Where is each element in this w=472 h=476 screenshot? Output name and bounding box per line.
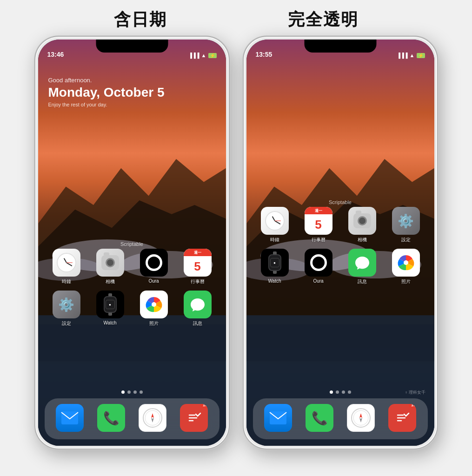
dot-4-r — [348, 390, 351, 394]
app-watch-r[interactable]: ● Watch — [258, 249, 292, 285]
app-clock[interactable]: 時鐘 — [50, 249, 83, 285]
app-camera-r[interactable]: 相機 — [346, 207, 379, 243]
dot-3 — [133, 390, 137, 394]
watch-icon-r: ● — [261, 249, 289, 277]
status-time-right: 13:55 — [256, 51, 273, 58]
settings-icon: ⚙️ — [53, 291, 80, 318]
messages-icon — [184, 291, 212, 318]
todoist-icon-r: 16 — [388, 404, 416, 432]
phone-right: 13:55 ▐▐▐ ▲ ⚡ Scriptable — [243, 36, 438, 450]
oura-icon — [140, 249, 168, 277]
wifi-icon: ▲ — [201, 53, 206, 58]
dot-4 — [140, 390, 143, 394]
photos-label-r: 照片 — [401, 278, 411, 285]
dot-3-r — [342, 390, 345, 394]
todoist-icon: 16 — [180, 404, 208, 432]
todoist-badge: 16 — [200, 404, 208, 408]
svg-point-22 — [353, 410, 368, 425]
dock-todoist-r[interactable]: 16 — [386, 404, 419, 434]
phone-left: 13:46 ▐▐▐ ▲ ⚡ Good afternoon. Monday, Oc… — [34, 36, 230, 450]
clock-icon — [53, 249, 80, 277]
app-row-1-r: 時鐘 週一 5 行事曆 — [253, 207, 428, 243]
svg-point-20 — [404, 260, 408, 265]
app-grid-row2-right: ● Watch Oura — [253, 249, 428, 289]
todoist-badge-r: 16 — [409, 404, 416, 408]
dock-phone[interactable]: 📞 — [94, 404, 128, 434]
title-right: 完全透明 — [288, 8, 359, 31]
app-camera[interactable]: 相機 — [93, 249, 127, 285]
settings-icon-r: ⚙️ — [392, 207, 420, 235]
dock-todoist[interactable]: 16 — [177, 404, 211, 434]
status-icons-right: ▐▐▐ ▲ ⚡ — [397, 53, 425, 58]
messages-label-r: 訊息 — [358, 278, 367, 285]
app-photos[interactable]: 照片 — [137, 291, 171, 327]
calendar-label: 行事曆 — [191, 278, 205, 285]
status-time-left: 13:46 — [47, 51, 64, 58]
app-grid-row2-left: ⚙️ 設定 ● — [45, 291, 219, 331]
app-calendar-r[interactable]: 週一 5 行事曆 — [302, 207, 335, 243]
dock-left: 📞 — [45, 398, 219, 439]
title-left: 含日期 — [114, 8, 167, 31]
camera-app-icon — [96, 249, 124, 277]
status-icons-left: ▐▐▐ ▲ ⚡ — [188, 53, 216, 58]
calendar-icon: 週一 5 — [184, 249, 212, 277]
dock-mail-r[interactable] — [261, 404, 295, 434]
app-grid-row1-left: 時鐘 相機 — [45, 249, 219, 289]
svg-rect-21 — [270, 411, 286, 424]
battery-icon-r: ⚡ — [417, 53, 425, 58]
phone-icon-r: 📞 — [306, 404, 333, 432]
app-watch[interactable]: ● Watch — [93, 291, 127, 327]
phone-left-screen: 13:46 ▐▐▐ ▲ ⚡ Good afternoon. Monday, Oc… — [38, 40, 226, 446]
calendar-icon-r: 週一 5 — [305, 207, 332, 235]
oura-label: Oura — [148, 278, 159, 284]
battery-icon: ⚡ — [208, 53, 217, 58]
oura-label-r: Oura — [313, 278, 323, 284]
signal-icon: ▐▐▐ — [188, 53, 199, 58]
widget-date: Monday, October 5 — [48, 85, 216, 100]
safari-icon-r — [347, 404, 375, 432]
app-messages-r[interactable]: 訊息 — [346, 249, 379, 285]
widget-left: Good afternoon. Monday, October 5 Enjoy … — [48, 77, 216, 107]
app-clock-r[interactable]: 時鐘 — [258, 207, 292, 243]
svg-point-9 — [145, 410, 160, 425]
settings-label: 設定 — [62, 320, 71, 327]
messages-icon-r — [348, 249, 376, 277]
app-calendar[interactable]: 週一 5 行事曆 — [181, 249, 214, 285]
watch-label-r: Watch — [268, 278, 281, 284]
camera-label: 相機 — [106, 278, 115, 285]
watch-label: Watch — [104, 320, 117, 325]
phone-icon: 📞 — [97, 404, 125, 432]
app-grid-row1-right: 時鐘 週一 5 行事曆 — [253, 207, 428, 247]
settings-label-r: 設定 — [401, 237, 411, 243]
photos-icon — [140, 291, 168, 318]
dot-1 — [121, 390, 125, 394]
photos-icon-r — [392, 249, 420, 277]
watermark: ♀ 理科女千 — [405, 390, 425, 396]
dot-1-r — [330, 390, 333, 394]
app-messages[interactable]: 訊息 — [181, 291, 214, 327]
camera-icon-r — [348, 207, 376, 235]
dot-2 — [127, 390, 131, 394]
wifi-icon-r: ▲ — [410, 53, 415, 58]
scriptable-label-right: Scriptable — [246, 198, 434, 206]
app-settings-r[interactable]: ⚙️ 設定 — [389, 207, 423, 243]
photos-label: 照片 — [149, 320, 159, 327]
app-photos-r[interactable]: 照片 — [389, 249, 423, 285]
mail-icon — [56, 404, 84, 432]
messages-label: 訊息 — [193, 320, 202, 327]
page-header: 含日期 完全透明 — [0, 0, 472, 36]
phones-row: 13:46 ▐▐▐ ▲ ⚡ Good afternoon. Monday, Oc… — [0, 36, 472, 450]
dock-mail[interactable] — [53, 404, 86, 434]
app-oura[interactable]: Oura — [137, 249, 171, 285]
app-oura-r[interactable]: Oura — [302, 249, 335, 285]
signal-icon-r: ▐▐▐ — [397, 53, 407, 58]
phone-right-screen: 13:55 ▐▐▐ ▲ ⚡ Scriptable — [246, 40, 434, 446]
dock-safari-r[interactable] — [344, 404, 378, 434]
scriptable-label-left: Scriptable — [38, 239, 226, 248]
dock-safari[interactable] — [136, 404, 169, 434]
dock-phone-r[interactable]: 📞 — [303, 404, 336, 434]
notch-left — [96, 40, 168, 53]
app-settings[interactable]: ⚙️ 設定 — [50, 291, 83, 327]
app-row-2: ⚙️ 設定 ● — [45, 291, 219, 327]
app-row-2-r: ● Watch Oura — [253, 249, 428, 285]
